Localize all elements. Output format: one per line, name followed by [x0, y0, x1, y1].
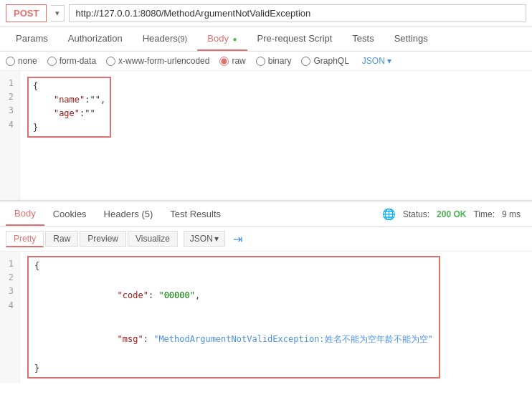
- request-editor: 1234 { "name":"", "age":"" }: [0, 71, 532, 201]
- radio-form-data[interactable]: form-data: [47, 56, 96, 66]
- radio-raw[interactable]: raw: [219, 56, 245, 66]
- url-input[interactable]: [69, 4, 526, 22]
- wrap-icon[interactable]: ⇥: [229, 230, 247, 247]
- resp-format-dropdown[interactable]: JSON ▾: [184, 231, 225, 247]
- tab-prerequest[interactable]: Pre-request Script: [247, 27, 343, 51]
- code-line-2: "name":"",: [33, 93, 105, 107]
- resp-tab-headers[interactable]: Headers (5): [95, 203, 162, 225]
- response-code-area: 1234 { "code": "00000", "msg": "MethodAr…: [0, 252, 532, 383]
- json-format-dropdown[interactable]: JSON ▾: [362, 56, 391, 66]
- tab-params[interactable]: Params: [6, 27, 58, 51]
- tab-body[interactable]: Body ●: [197, 27, 247, 51]
- resp-code-content[interactable]: { "code": "00000", "msg": "MethodArgumen…: [20, 252, 532, 383]
- radio-graphql[interactable]: GraphQL: [301, 56, 348, 66]
- resp-tab-testresults[interactable]: Test Results: [161, 203, 229, 225]
- resp-tab-body[interactable]: Body: [6, 202, 44, 226]
- response-tabs-bar: Body Cookies Headers (5) Test Results 🌐 …: [0, 202, 532, 227]
- resp-line-1: {: [34, 259, 433, 273]
- tab-headers[interactable]: Headers(9): [133, 27, 198, 51]
- resp-preview-btn[interactable]: Preview: [80, 231, 126, 247]
- method-button[interactable]: POST: [6, 4, 47, 22]
- time-value: 9 ms: [502, 209, 521, 219]
- resp-tab-cookies[interactable]: Cookies: [44, 203, 95, 225]
- code-line-3: "age":"": [33, 107, 105, 120]
- resp-line-numbers: 1234: [0, 252, 20, 383]
- resp-visualize-btn[interactable]: Visualize: [128, 231, 178, 247]
- tab-authorization[interactable]: Authorization: [58, 27, 133, 51]
- tab-tests[interactable]: Tests: [342, 27, 384, 51]
- line-numbers: 1234: [0, 71, 20, 200]
- url-bar: POST ▾: [0, 0, 532, 27]
- status-value: 200 OK: [437, 209, 466, 219]
- request-tabs: Params Authorization Headers(9) Body ● P…: [0, 27, 532, 52]
- radio-none[interactable]: none: [6, 56, 37, 66]
- resp-line-4: }: [34, 361, 433, 376]
- globe-icon: 🌐: [382, 208, 396, 221]
- tab-settings[interactable]: Settings: [384, 27, 438, 51]
- body-dot: ●: [233, 35, 237, 43]
- resp-line-2: "code": "00000",: [34, 273, 433, 317]
- response-body-toolbar: Pretty Raw Preview Visualize JSON ▾ ⇥: [0, 227, 532, 252]
- response-section: Body Cookies Headers (5) Test Results 🌐 …: [0, 201, 532, 383]
- radio-binary[interactable]: binary: [256, 56, 292, 66]
- method-dropdown[interactable]: ▾: [51, 5, 65, 22]
- body-type-bar: none form-data x-www-form-urlencoded raw…: [0, 52, 532, 71]
- resp-pretty-btn[interactable]: Pretty: [6, 231, 44, 247]
- code-line-4: }: [33, 121, 105, 135]
- radio-urlencoded[interactable]: x-www-form-urlencoded: [106, 56, 209, 66]
- resp-raw-btn[interactable]: Raw: [45, 231, 78, 247]
- response-status: 🌐 Status: 200 OK Time: 9 ms: [382, 208, 526, 221]
- code-line-1: {: [33, 80, 105, 93]
- resp-line-3: "msg": "MethodArgumentNotValidException:…: [34, 318, 433, 361]
- code-content[interactable]: { "name":"", "age":"" }: [20, 71, 532, 200]
